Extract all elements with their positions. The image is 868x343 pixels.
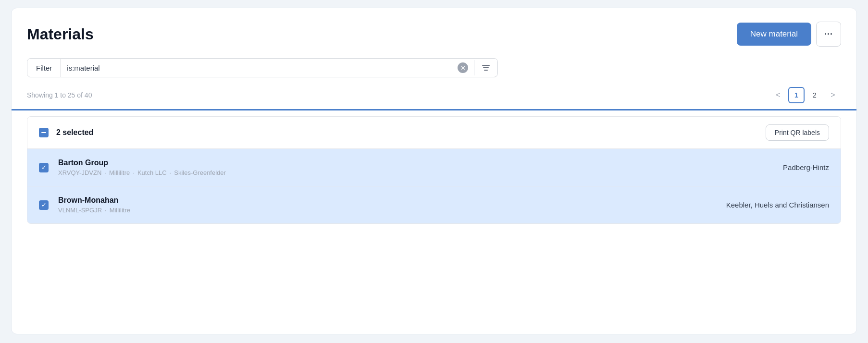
more-options-button[interactable]: ···	[816, 22, 841, 47]
page-header: Materials New material ···	[27, 22, 841, 47]
page-title: Materials	[27, 25, 94, 43]
prev-page-button[interactable]: <	[770, 87, 786, 103]
new-material-button[interactable]: New material	[737, 23, 811, 46]
selected-count: 2 selected	[56, 128, 93, 137]
row-2-name: Brown-Monahan	[58, 196, 694, 205]
row-1-name: Barton Group	[58, 159, 694, 167]
row-1-supplier1: Kutch LLC	[137, 169, 167, 176]
filter-options-button[interactable]	[474, 60, 497, 75]
filter-input[interactable]	[67, 64, 454, 72]
materials-list: 2 selected Print QR labels ✓ Barton Grou…	[27, 116, 841, 224]
page-2-button[interactable]: 2	[806, 87, 823, 103]
row-1-meta: XRVQY-JDVZN · Millilitre · Kutch LLC · S…	[58, 169, 694, 176]
filter-input-wrapper: ✕	[61, 59, 474, 77]
close-icon: ✕	[460, 64, 466, 72]
filter-icon	[482, 65, 490, 71]
header-actions: New material ···	[737, 22, 841, 47]
check-icon: ✓	[41, 202, 47, 208]
pagination-row: Showing 1 to 25 of 40 < 1 2 >	[27, 87, 841, 109]
selection-header: 2 selected Print QR labels	[27, 117, 841, 149]
filter-line-2	[483, 67, 489, 68]
showing-text: Showing 1 to 25 of 40	[27, 91, 92, 99]
dot-1: ·	[104, 169, 106, 176]
page-container: Materials New material ··· Filter ✕ Show…	[11, 8, 857, 334]
page-1-button[interactable]: 1	[788, 87, 805, 103]
selection-left: 2 selected	[39, 128, 93, 137]
next-page-button[interactable]: >	[825, 87, 841, 103]
row-1-supplier2: Skiles-Greenfelder	[174, 169, 226, 176]
row-1-org: Padberg-Hintz	[694, 163, 829, 172]
dot-4: ·	[105, 207, 107, 214]
blue-divider	[12, 109, 856, 110]
row-2-unit: Millilitre	[110, 207, 130, 214]
filter-bar: Filter ✕	[27, 58, 498, 77]
pagination-controls: < 1 2 >	[770, 87, 841, 103]
check-icon: ✓	[41, 164, 47, 171]
dot-3: ·	[170, 169, 172, 176]
select-all-checkbox[interactable]	[39, 128, 49, 137]
filter-label: Filter	[27, 59, 61, 77]
row-2-info: Brown-Monahan VLNML-SPGJR · Millilitre	[58, 196, 694, 214]
row-2-org: Keebler, Huels and Christiansen	[694, 201, 829, 209]
print-qr-button[interactable]: Print QR labels	[766, 124, 829, 141]
filter-line-1	[482, 65, 490, 66]
row-2-checkbox[interactable]: ✓	[39, 200, 49, 210]
row-1-checkbox[interactable]: ✓	[39, 163, 49, 172]
table-row: ✓ Barton Group XRVQY-JDVZN · Millilitre …	[27, 149, 841, 186]
row-2-meta: VLNML-SPGJR · Millilitre	[58, 207, 694, 214]
dot-2: ·	[133, 169, 135, 176]
table-row: ✓ Brown-Monahan VLNML-SPGJR · Millilitre…	[27, 186, 841, 223]
filter-clear-button[interactable]: ✕	[458, 62, 468, 73]
partial-check-icon	[41, 132, 46, 134]
filter-line-3	[484, 70, 488, 71]
row-1-unit: Millilitre	[109, 169, 130, 176]
row-1-info: Barton Group XRVQY-JDVZN · Millilitre · …	[58, 159, 694, 176]
row-1-code: XRVQY-JDVZN	[58, 169, 101, 176]
row-2-code: VLNML-SPGJR	[58, 207, 102, 214]
